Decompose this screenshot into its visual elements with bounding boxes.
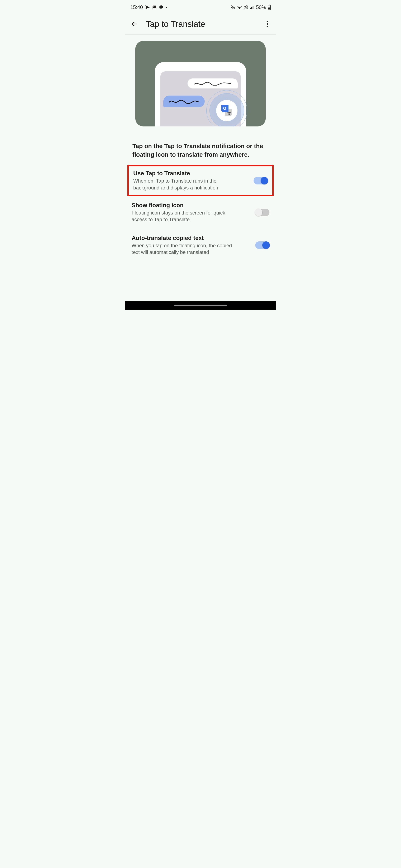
overflow-menu-button[interactable] <box>263 19 272 29</box>
status-bar: 15:40 Vo))LTE1 50% <box>125 0 276 14</box>
setting-show-floating-icon[interactable]: Show floating icon Floating icon stays o… <box>125 196 276 229</box>
setting-title: Use Tap to Translate <box>133 170 249 177</box>
feature-illustration: G 文 <box>125 35 276 126</box>
more-dot-icon <box>166 5 168 10</box>
cell-signal-icon <box>250 5 254 9</box>
setting-subtitle: When on, Tap to Translate runs in the ba… <box>133 178 242 191</box>
gesture-pill[interactable] <box>174 305 227 306</box>
setting-title: Show floating icon <box>132 202 250 209</box>
svg-point-10 <box>267 21 268 22</box>
setting-use-tap-to-translate[interactable]: Use Tap to Translate When on, Tap to Tra… <box>127 165 274 196</box>
back-button[interactable] <box>129 19 140 29</box>
settings-list: Use Tap to Translate When on, Tap to Tra… <box>125 165 276 268</box>
more-vert-icon <box>266 21 268 28</box>
svg-point-2 <box>166 7 167 8</box>
feature-description: Tap on the Tap to Translate notification… <box>125 126 276 165</box>
app-bar: Tap to Translate <box>125 14 276 35</box>
setting-title: Auto-translate copied text <box>132 235 250 241</box>
svg-point-1 <box>153 6 154 7</box>
send-icon <box>145 5 150 10</box>
volte-icon: Vo))LTE1 <box>244 5 248 9</box>
status-time: 15:40 <box>130 4 143 10</box>
setting-auto-translate-copied[interactable]: Auto-translate copied text When you tap … <box>125 229 276 262</box>
svg-point-12 <box>267 26 268 27</box>
arrow-back-icon <box>131 21 138 28</box>
battery-icon <box>268 5 271 10</box>
svg-rect-4 <box>251 7 252 9</box>
setting-subtitle: Floating icon stays on the screen for qu… <box>132 210 240 223</box>
vibrate-mute-icon <box>231 5 235 9</box>
toggle-auto-translate-copied[interactable] <box>255 241 269 249</box>
toggle-show-floating-icon[interactable] <box>255 209 269 216</box>
svg-rect-3 <box>250 8 251 9</box>
page-title: Tap to Translate <box>146 20 256 29</box>
translate-fab-icon: G 文 <box>216 100 237 121</box>
image-icon <box>152 5 156 9</box>
battery-percentage: 50% <box>256 4 266 10</box>
wifi-icon <box>237 5 242 10</box>
svg-rect-8 <box>268 5 270 5</box>
svg-rect-5 <box>252 6 253 9</box>
svg-point-11 <box>267 23 268 25</box>
system-nav-bar <box>125 301 276 310</box>
chat-bubble-icon <box>159 5 164 10</box>
toggle-use-tap-to-translate[interactable] <box>254 177 268 184</box>
svg-rect-6 <box>253 6 254 9</box>
setting-subtitle: When you tap on the floating icon, the c… <box>132 242 240 256</box>
